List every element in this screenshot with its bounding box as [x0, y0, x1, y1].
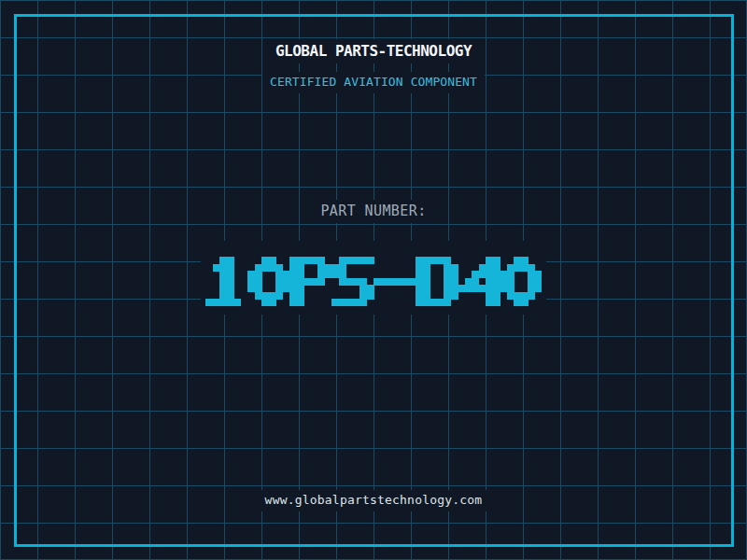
part-number-pixel-text	[205, 257, 542, 306]
part-number-display	[201, 241, 546, 315]
part-number-label: PART NUMBER:	[313, 200, 433, 223]
certificate-card: GLOBAL PARTS-TECHNOLOGY CERTIFIED AVIATI…	[0, 0, 747, 560]
certification-subtitle: CERTIFIED AVIATION COMPONENT	[262, 72, 485, 93]
company-title: GLOBAL PARTS-TECHNOLOGY	[268, 39, 479, 63]
website-url: www.globalpartstechnology.com	[258, 490, 490, 511]
